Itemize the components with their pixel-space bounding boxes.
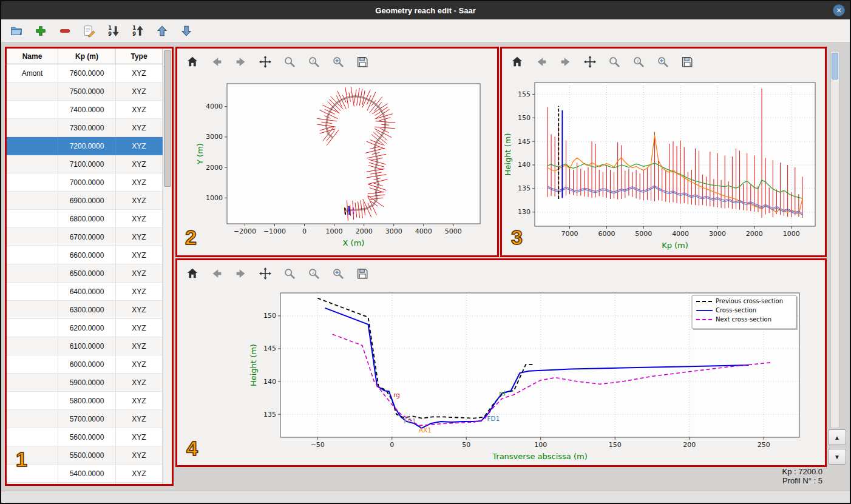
table-scrollbar-thumb[interactable] [164, 50, 171, 187]
back-button[interactable] [209, 54, 225, 70]
zoom-to-rect-button[interactable] [330, 54, 346, 70]
table-row[interactable]: 5700.0000XYZ [7, 410, 163, 428]
pan-icon [583, 55, 597, 69]
table-row[interactable]: 6000.0000XYZ [7, 355, 163, 374]
pan-button[interactable] [582, 54, 598, 70]
zoom-button[interactable] [282, 54, 297, 70]
svg-text:145: 145 [518, 138, 531, 146]
table-row[interactable]: 5500.0000XYZ [7, 446, 163, 465]
cell-name [7, 410, 58, 428]
table-row[interactable]: 6800.0000XYZ [7, 210, 163, 228]
cell-name [7, 210, 58, 228]
table-row[interactable]: 6700.0000XYZ [7, 228, 163, 246]
cell-kp: 6800.0000 [58, 210, 116, 228]
home-button[interactable] [185, 54, 200, 70]
svg-text:2000: 2000 [746, 230, 763, 238]
edit-cross-section-button[interactable] [80, 22, 98, 40]
table-row[interactable]: 5800.0000XYZ [7, 392, 163, 410]
zoom-button[interactable] [606, 54, 622, 70]
configure-button[interactable]: i [306, 54, 322, 70]
long-profile-canvas[interactable]: 7000600050004000300020001000130135140145… [502, 75, 825, 255]
column-header[interactable]: Name [7, 49, 58, 64]
add-icon [34, 24, 47, 38]
zoom-icon [283, 267, 296, 280]
remove-cross-section-button[interactable] [56, 22, 74, 40]
svg-text:rg: rg [393, 391, 400, 398]
back-button[interactable] [209, 266, 225, 281]
table-row[interactable]: 6100.0000XYZ [7, 337, 163, 355]
region-badge-1: 1 [16, 449, 27, 469]
table-row[interactable]: 7500.0000XYZ [7, 82, 163, 101]
back-icon [210, 55, 223, 69]
profile-down-button[interactable]: ▼ [828, 449, 846, 465]
save-button[interactable] [354, 266, 370, 281]
open-button[interactable] [7, 22, 25, 40]
cell-kp: 6100.0000 [58, 337, 116, 355]
table-row[interactable]: 7200.0000XYZ [7, 137, 163, 155]
table-row[interactable]: 6300.0000XYZ [7, 301, 163, 319]
cell-type: XYZ [116, 446, 163, 465]
vertical-scrollbar[interactable] [830, 51, 839, 428]
table-row[interactable]: 5900.0000XYZ [7, 374, 163, 392]
forward-button[interactable] [233, 54, 249, 70]
sort-descending-button[interactable]: 19 [104, 22, 123, 40]
cross-section-canvas[interactable]: −50050100150200250135140145150Transverse… [177, 287, 825, 465]
home-button[interactable] [185, 266, 200, 281]
column-header[interactable]: Kp (m) [58, 49, 116, 64]
forward-button[interactable] [558, 54, 574, 70]
add-cross-section-button[interactable] [32, 22, 50, 40]
svg-text:1: 1 [132, 25, 136, 31]
zoom-button[interactable] [282, 266, 297, 281]
forward-button[interactable] [233, 266, 249, 281]
table-row[interactable]: 6500.0000XYZ [7, 264, 163, 283]
zoom-to-rect-button[interactable] [655, 54, 671, 70]
back-button[interactable] [534, 54, 549, 70]
table-row[interactable]: 5600.0000XYZ [7, 428, 163, 446]
table-row[interactable]: 7100.0000XYZ [7, 155, 163, 173]
table-row[interactable]: 7300.0000XYZ [7, 119, 163, 137]
main-toolbar: 1919 [1, 19, 850, 42]
cell-type: XYZ [116, 337, 163, 355]
sort-ascending-button[interactable]: 19 [129, 22, 147, 40]
home-button[interactable] [509, 54, 525, 70]
column-header[interactable]: Type [116, 49, 163, 64]
vertical-scrollbar-thumb[interactable] [832, 53, 838, 79]
save-button[interactable] [679, 54, 695, 70]
pan-button[interactable] [257, 266, 273, 281]
table-row[interactable]: 7000.0000XYZ [7, 173, 163, 192]
move-up-button[interactable] [153, 22, 171, 40]
svg-text:1: 1 [108, 25, 112, 31]
svg-text:Height (m): Height (m) [503, 133, 512, 176]
pan-button[interactable] [257, 54, 273, 70]
table-row[interactable]: 5400.0000XYZ [7, 465, 163, 483]
table-row[interactable]: 6200.0000XYZ [7, 319, 163, 337]
sort-desc-icon: 19 [107, 24, 120, 38]
back-icon [535, 55, 548, 69]
table-row[interactable]: 6400.0000XYZ [7, 283, 163, 301]
save-button[interactable] [354, 54, 370, 70]
plan-view-canvas[interactable]: −2000−1000010002000300040005000100020003… [177, 75, 497, 255]
configure-button[interactable]: i [306, 266, 322, 281]
svg-text:FD1: FD1 [487, 415, 500, 422]
cell-type: XYZ [116, 374, 163, 392]
cell-kp: 5700.0000 [58, 410, 116, 428]
cell-kp: 6200.0000 [58, 319, 116, 337]
cell-type: XYZ [116, 155, 163, 173]
profile-up-button[interactable]: ▲ [828, 429, 846, 445]
cross-section-table: NameKp (m)Type Amont7600.0000XYZ7500.000… [7, 49, 163, 484]
long-profile-panel: i 70006000500040003000200010001301351401… [500, 47, 827, 257]
zoom-to-rect-button[interactable] [330, 266, 346, 281]
configure-button[interactable]: i [631, 54, 646, 70]
table-row[interactable]: 5300.0000XYZ [7, 483, 163, 484]
table-scrollbar[interactable] [163, 49, 172, 484]
move-down-button[interactable] [177, 22, 195, 40]
table-row[interactable]: Amont7600.0000XYZ [7, 64, 163, 82]
table-row[interactable]: 6900.0000XYZ [7, 192, 163, 210]
svg-text:140: 140 [518, 161, 531, 169]
window-title: Geometry reach edit - Saar [375, 6, 475, 15]
close-button[interactable]: × [833, 4, 845, 16]
table-row[interactable]: 6600.0000XYZ [7, 246, 163, 264]
svg-text:−1000: −1000 [263, 227, 286, 235]
table-row[interactable]: 7400.0000XYZ [7, 101, 163, 119]
svg-text:Kp (m): Kp (m) [662, 241, 688, 250]
